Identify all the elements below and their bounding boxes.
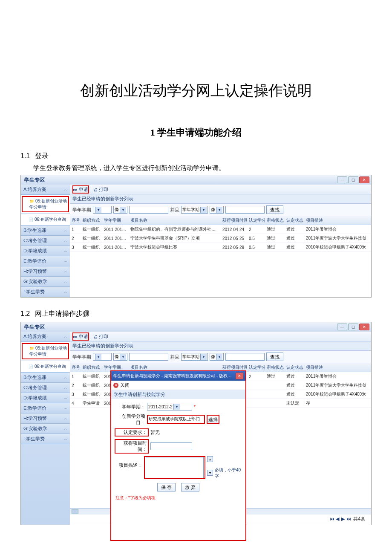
filter-value2-input[interactable] [225, 206, 265, 214]
page-next-button[interactable]: ▶ [341, 516, 345, 522]
chevron-down-icon: ▾ [95, 354, 101, 360]
print-button[interactable]: 🖨打印 [93, 333, 108, 340]
sidebar-section[interactable]: C:考务管理︿ [21, 236, 70, 246]
filter-value-input[interactable] [129, 353, 168, 361]
column-header[interactable]: 审核状态 [265, 363, 285, 372]
sidebar-item[interactable]: 05:创新创业活动学分申请 [22, 343, 69, 359]
scroll-up-button[interactable]: ▴ [207, 456, 213, 462]
filter-value2-input[interactable] [225, 353, 265, 361]
project-input[interactable]: 研究成果被学院或以上部门 [147, 415, 205, 424]
section-number: 1.2 [20, 310, 30, 317]
apply-button[interactable]: ▸▸申请 [72, 332, 89, 341]
description-textarea[interactable] [146, 457, 204, 478]
table-cell: 4 [70, 399, 81, 408]
dialog-close-link[interactable]: 关闭 [120, 382, 130, 388]
table-cell: 2 [70, 234, 81, 243]
doc-title: 创新创业活动学分网上认定操作说明 [20, 81, 372, 101]
column-header[interactable]: 认定状态 [285, 363, 304, 372]
table-cell: 2011年暑智博会 [304, 225, 371, 234]
column-header[interactable]: 学年学期↓ [102, 216, 129, 225]
filter-field-select[interactable]: ▾ [93, 353, 112, 361]
filter-field2-select[interactable]: 学年学期▾ [181, 353, 208, 361]
column-header[interactable]: 项目描述 [304, 216, 371, 225]
chevron-up-icon: ︿ [64, 269, 67, 274]
column-header[interactable]: 组织方式 [81, 363, 102, 372]
close-button[interactable]: ✕ [359, 176, 369, 183]
table-cell: 通过 [265, 243, 285, 252]
section-number: 1.1 [20, 152, 30, 159]
filter-value-input[interactable] [129, 206, 168, 214]
sidebar-section[interactable]: E:教学评价︿ [21, 403, 70, 413]
description-label: 项目描述： [115, 456, 142, 468]
sidebar-section[interactable]: D:学籍成绩︿ [21, 393, 70, 403]
sidebar-section[interactable]: C:考务管理︿ [21, 383, 70, 393]
chapter-heading: 1 学生申请端功能介绍 [20, 126, 372, 139]
sidebar-section[interactable]: G:实验教学︿ [21, 424, 70, 434]
apply-dialog: 学生申请创新与技能学分 - 湖南强智科技发展有限公司 - 版权所有 -- 网页…… [110, 370, 246, 541]
project-label: 创新学分项目： [115, 413, 145, 426]
sidebar-item[interactable]: 06:创新学分查询 [22, 215, 69, 224]
minimize-button[interactable]: — [337, 176, 347, 183]
filter-op-select[interactable]: 像▾ [113, 353, 127, 361]
sidebar-section[interactable]: A:培养方案︿ [21, 332, 70, 342]
sidebar-section[interactable]: E:教学评价︿ [21, 256, 70, 266]
sidebar-section[interactable]: B:学生选课︿ [21, 225, 70, 236]
maximize-button[interactable]: ▢ [348, 176, 358, 183]
table-row[interactable]: 1统一组织2011-2012-2物院集中组织的、有指导老师参与的课外社会实践活2… [70, 225, 371, 234]
page-first-button[interactable]: ⏮ [330, 516, 334, 521]
close-icon[interactable]: ✕ [113, 383, 118, 388]
table-cell [265, 381, 285, 390]
sidebar-item[interactable]: 06:创新学分查询 [22, 362, 69, 371]
column-header[interactable]: 认定学分 [247, 216, 265, 225]
column-header[interactable]: 序号 [70, 216, 81, 225]
scrollbar-thumb[interactable] [72, 509, 78, 514]
column-header[interactable]: 认定学分 [247, 363, 265, 372]
sidebar-section[interactable]: I:学生学费︿ [21, 434, 70, 444]
requirement-value: 暂无 [150, 429, 160, 436]
table-cell: 统一组织 [81, 234, 102, 243]
column-header[interactable]: 项目名称 [129, 216, 221, 225]
scroll-down-button[interactable]: ▾ [207, 470, 213, 476]
column-header[interactable]: 序号 [70, 363, 81, 372]
sidebar-section[interactable]: D:学籍成绩︿ [21, 246, 70, 256]
sidebar-item[interactable]: 05:创新创业活动学分申请 [22, 196, 69, 212]
column-header[interactable]: 审核状态 [265, 216, 285, 225]
filter-field-select[interactable]: ▾ [93, 206, 112, 214]
column-header[interactable]: 获得项目时间 [221, 216, 247, 225]
table-cell: 统一组织 [81, 372, 102, 381]
save-button[interactable]: 保 存 [157, 483, 176, 491]
table-row[interactable]: 3统一组织2011-2012-2宁波大学校运会甲组比赛2012-05-290.5… [70, 243, 371, 252]
search-button[interactable]: 查找 [266, 353, 283, 361]
page-last-button[interactable]: ⏭ [346, 516, 351, 521]
apply-button[interactable]: ▸▸申请 [72, 185, 89, 194]
minimize-button[interactable]: — [337, 324, 347, 330]
print-button[interactable]: 🖨打印 [93, 186, 108, 193]
maximize-button[interactable]: ▢ [348, 324, 358, 330]
table-row[interactable]: 2统一组织2011-2012-2宁波大学学生科研基金（SRIP）立项2012-0… [70, 234, 371, 243]
filter-op2-select[interactable]: 像▾ [210, 206, 224, 214]
column-header[interactable]: 组织方式 [81, 216, 102, 225]
sidebar-section[interactable]: I:学生学费︿ [21, 287, 70, 297]
filter-op2-select[interactable]: 像▾ [210, 353, 224, 361]
table-cell: 宁波大学学生科研基金（SRIP）立项 [129, 234, 221, 243]
sidebar-section[interactable]: A:培养方案︿ [21, 185, 70, 195]
obtain-time-input[interactable] [150, 442, 192, 450]
close-button[interactable]: ✕ [359, 324, 369, 330]
column-header[interactable]: 认定状态 [285, 216, 304, 225]
select-project-button[interactable]: 选择 [207, 415, 219, 424]
dialog-close-button[interactable]: ✕ [236, 373, 243, 379]
filter-field2-select[interactable]: 学年学期▾ [181, 206, 208, 214]
page-prev-button[interactable]: ◀ [335, 516, 340, 522]
column-header[interactable]: 项目描述 [304, 363, 371, 372]
sidebar-section[interactable]: H:学习预警︿ [21, 413, 70, 424]
cancel-button[interactable]: 放 弃 [181, 483, 199, 491]
screenshot-2: 学生专区 — ▢ ✕ A:培养方案︿05:创新创业活动学分申请06:创新学分查询… [20, 322, 372, 525]
filter-and-label: 并且 [170, 207, 179, 213]
search-button[interactable]: 查找 [266, 205, 283, 214]
sidebar-section[interactable]: B:学生选课︿ [21, 373, 70, 383]
sidebar-section[interactable]: G:实验教学︿ [21, 277, 70, 287]
sidebar-section[interactable]: H:学习预警︿ [21, 266, 70, 277]
term-select[interactable]: 2011-2012-2▾ [147, 403, 192, 410]
filter-op-select[interactable]: 像▾ [113, 206, 127, 214]
table-cell: 存 [304, 399, 371, 408]
